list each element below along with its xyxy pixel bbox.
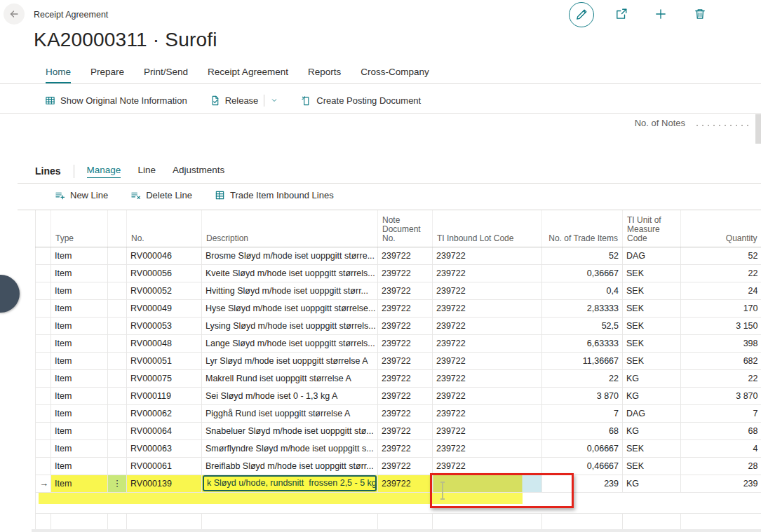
cell-type[interactable]: Item (51, 475, 108, 492)
cell-description[interactable]: Hvitting Sløyd m/hode iset uoppgitt stør… (202, 282, 378, 299)
cell-no[interactable]: RV000049 (127, 299, 202, 317)
cell-ellipsis[interactable] (108, 369, 127, 387)
cell-type[interactable]: Item (51, 264, 108, 282)
column-header-no[interactable]: No. (127, 210, 202, 247)
ribbon-tab-reports[interactable]: Reports (308, 67, 341, 83)
cell-indicator[interactable] (36, 369, 51, 387)
cell-indicator[interactable] (36, 247, 51, 264)
cell-quantity[interactable]: 682 (681, 352, 761, 369)
empty-cell[interactable] (127, 513, 202, 531)
empty-cell[interactable] (378, 513, 433, 531)
cell-description[interactable]: Snabeluer Sløyd m/hode iset uoppgitt stø… (202, 422, 378, 439)
cell-description[interactable]: Lange Sløyd m/hode iset uoppgitt størrel… (202, 334, 378, 352)
lines-tab-manage[interactable]: Manage (87, 165, 121, 178)
cell-note-document-no[interactable]: 239722 (378, 422, 433, 439)
lines-tab-line[interactable]: Line (137, 165, 156, 178)
action-release[interactable]: Release (210, 95, 279, 107)
cell-type[interactable]: Item (51, 247, 108, 264)
cell-ellipsis[interactable] (108, 404, 127, 422)
ribbon-tab-print-send[interactable]: Print/Send (144, 67, 188, 83)
cell-uom[interactable]: SEK (623, 457, 681, 475)
cell-note-document-no[interactable]: 239722 (378, 299, 433, 317)
cell-indicator[interactable] (36, 334, 51, 352)
cell-note-document-no[interactable]: 239722 (378, 404, 433, 422)
cell-uom[interactable]: SEK (623, 352, 681, 369)
action-create-posting-document[interactable]: Create Posting Document (301, 95, 421, 106)
cell-uom[interactable]: SEK (623, 282, 681, 299)
breadcrumb[interactable]: Receipt Agreement (34, 10, 108, 20)
row-indicator-cell[interactable]: → (36, 475, 51, 492)
cell-uom[interactable]: SEK (623, 317, 681, 334)
cell-trade-items[interactable]: 2,83333 (542, 299, 623, 317)
cell-indicator[interactable] (36, 404, 51, 422)
cell-ellipsis[interactable] (108, 352, 127, 369)
cell-trade-items[interactable]: 0,36667 (542, 264, 623, 282)
cell-description[interactable]: Pigghå Rund iset uoppgitt størrelse A (202, 404, 378, 422)
cell-description[interactable]: Hyse Sløyd m/hode iset uoppgitt størrels… (202, 299, 378, 317)
cell-uom[interactable]: SEK (623, 299, 681, 317)
cell-trade-items[interactable]: 3 870 (542, 387, 623, 404)
column-header-description[interactable]: Description (202, 210, 378, 247)
cell-no[interactable]: RV000061 (127, 457, 202, 475)
horizontal-scrollbar-track[interactable] (32, 529, 761, 532)
cell-quantity[interactable]: 7 (681, 404, 761, 422)
cell-lot-code[interactable]: 239722 (433, 387, 542, 404)
cell-indicator[interactable] (36, 387, 51, 404)
cell-no[interactable]: RV000046 (127, 247, 202, 264)
cell-quantity[interactable]: 3 150 (681, 317, 761, 334)
cell-note-document-no[interactable]: 239722 (378, 369, 433, 387)
cell-no[interactable]: RV000051 (127, 352, 202, 369)
column-header-indicator[interactable] (36, 210, 51, 247)
column-header-trade-items[interactable]: No. of Trade Items (542, 210, 623, 247)
cell-ellipsis[interactable] (108, 264, 127, 282)
cell-no[interactable]: RV000063 (127, 439, 202, 457)
empty-cell[interactable] (108, 513, 127, 531)
cell-trade-items[interactable]: 239 (542, 475, 623, 492)
cell-no[interactable]: RV000075 (127, 369, 202, 387)
row-options-menu[interactable]: ⋮ (108, 475, 127, 492)
cell-note-document-no[interactable]: 239722 (378, 317, 433, 334)
cell-indicator[interactable] (36, 422, 51, 439)
cell-ellipsis[interactable] (108, 422, 127, 439)
cell-quantity[interactable]: 22 (681, 369, 761, 387)
cell-type[interactable]: Item (51, 369, 108, 387)
cell-type[interactable]: Item (51, 299, 108, 317)
vertical-scrollbar-thumb[interactable] (755, 114, 761, 144)
cell-description[interactable]: Makrell Rund iset uoppgitt størrelse A (202, 369, 378, 387)
cell-no[interactable]: RV000062 (127, 404, 202, 422)
cell-indicator[interactable] (36, 264, 51, 282)
cell-ellipsis[interactable] (108, 457, 127, 475)
cell-description[interactable]: Lyr Sløyd m/hode iset uoppgitt størrelse… (202, 352, 378, 369)
action-new-line[interactable]: New Line (55, 190, 108, 200)
cell-quantity[interactable]: 22 (681, 264, 761, 282)
cell-note-document-no[interactable]: 239722 (378, 387, 433, 404)
cell-lot-code[interactable]: 239722 (433, 439, 542, 457)
empty-cell[interactable] (433, 513, 542, 531)
cell-note-document-no[interactable]: 239722 (378, 439, 433, 457)
description-edit-input[interactable]: k Sløyd u/hode, rundsnitt frossen 2,5 - … (203, 475, 377, 491)
action-show-original-note-information[interactable]: Show Original Note Information (45, 95, 187, 106)
cell-ellipsis[interactable] (108, 299, 127, 317)
cell-description[interactable]: Breiflabb Sløyd m/hode iset uoppgitt stø… (202, 457, 378, 475)
cell-type[interactable]: Item (51, 352, 108, 369)
ribbon-tab-prepare[interactable]: Prepare (90, 67, 124, 83)
cell-note-document-no[interactable]: 239722 (378, 352, 433, 369)
lines-tab-adjustments[interactable]: Adjustments (173, 165, 224, 178)
cell-type[interactable]: Item (51, 404, 108, 422)
ribbon-tab-home[interactable]: Home (46, 67, 71, 83)
edit-button[interactable] (569, 2, 594, 27)
cell-uom[interactable]: SEK (623, 439, 681, 457)
cell-quantity[interactable]: 52 (681, 247, 761, 264)
cell-indicator[interactable] (36, 457, 51, 475)
cell-type[interactable]: Item (51, 422, 108, 439)
ribbon-tab-receipt-agreement[interactable]: Receipt Agreement (208, 67, 288, 83)
cell-uom[interactable]: KG (623, 422, 681, 439)
cell-type[interactable]: Item (51, 387, 108, 404)
cell-type[interactable]: Item (51, 282, 108, 299)
empty-cell[interactable] (681, 513, 761, 531)
cell-ellipsis[interactable] (108, 282, 127, 299)
no-of-notes-field[interactable] (694, 124, 752, 127)
cell-lot-code[interactable]: 239722 (433, 247, 542, 264)
cell-no[interactable]: RV000048 (127, 334, 202, 352)
empty-cell[interactable] (623, 513, 681, 531)
